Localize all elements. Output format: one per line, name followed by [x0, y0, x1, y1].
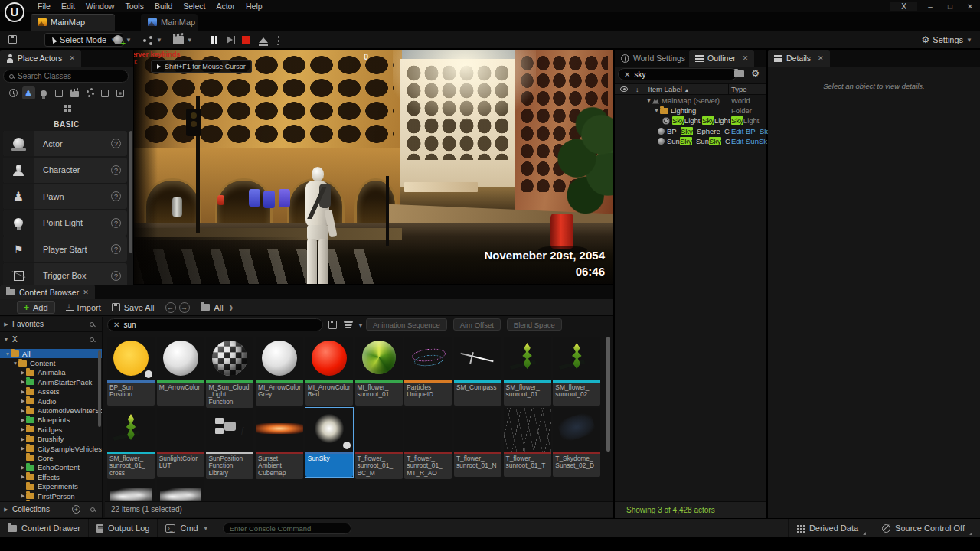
folder-echocontent[interactable]: ▶EchoContent — [0, 463, 102, 472]
help-icon[interactable]: ? — [111, 244, 121, 254]
more-options-icon[interactable] — [277, 35, 279, 45]
asset-tile-mi_arrowcolorred[interactable]: MI_ArrowColorRed — [305, 337, 353, 406]
collections-section[interactable]: ▶Collections+ — [0, 501, 102, 517]
tab-mainmap-active[interactable]: MainMap — [31, 14, 115, 31]
filter-dropdown-icon[interactable]: ▼ — [358, 322, 364, 329]
menu-file[interactable]: File — [32, 0, 56, 12]
help-icon[interactable]: ? — [111, 218, 121, 228]
folder-experiments[interactable]: Experiments — [0, 481, 102, 491]
outliner-row[interactable]: SunSky SunSky_CEdit SunSk — [615, 136, 766, 146]
asset-tile-m_sun_cloud_lightfunction[interactable]: M_Sun_Cloud_LightFunction — [206, 337, 253, 408]
content-drawer-button[interactable]: Content Drawer — [0, 519, 89, 537]
add-button[interactable]: +Add — [17, 301, 55, 314]
console-command-input[interactable]: Enter Console Command — [223, 523, 351, 534]
import-button[interactable]: Import — [66, 303, 101, 312]
folder-automotivewintersc[interactable]: ▶AutomotiveWinterSc — [0, 406, 102, 415]
settings-button[interactable]: ⚙Settings▼ — [922, 33, 972, 47]
asset-tile-[interactable] — [107, 479, 155, 502]
asset-tile-bp_sunposition[interactable]: BP_SunPosition — [107, 337, 155, 406]
content-browser-tab[interactable]: Content Browser✕ — [0, 285, 95, 299]
folder-animalia[interactable]: ▶Animalia — [0, 368, 102, 377]
folder-content[interactable]: ▼Content — [0, 358, 102, 367]
folder-blueprints[interactable]: ▶Blueprints — [0, 416, 102, 425]
back-button[interactable]: ← — [165, 302, 176, 313]
x-section[interactable]: ▼X — [0, 332, 102, 347]
asset-tile-mi_arrowcolorgrey[interactable]: MI_ArrowColorGrey — [256, 337, 303, 406]
menu-actor[interactable]: Actor — [211, 0, 240, 12]
folder-all[interactable]: ▼All — [0, 349, 102, 358]
help-icon[interactable]: ? — [111, 165, 121, 175]
close-icon[interactable]: ✕ — [743, 54, 749, 62]
breadcrumb[interactable]: All❯ — [201, 303, 234, 312]
save-search-icon[interactable] — [328, 321, 337, 329]
category-visual-effects-icon[interactable] — [83, 86, 96, 99]
asset-grid-scrollbar[interactable] — [606, 337, 610, 452]
category-shapes-icon[interactable] — [53, 86, 66, 99]
edit-blueprint-link[interactable]: Edit SunSk — [731, 137, 767, 145]
place-actor-item-actor[interactable]: Actor? — [3, 131, 127, 156]
asset-tile-t_skydome_sunset_02_d[interactable]: T_Skydome_Sunset_02_D — [553, 408, 600, 477]
search-classes-input[interactable]: Search Classes — [3, 70, 129, 83]
asset-tile-[interactable] — [157, 479, 204, 502]
blueprints-icon[interactable] — [142, 35, 153, 44]
filter-chip-animation-sequence[interactable]: Animation Sequence — [366, 318, 447, 331]
asset-tile-t_flower_sunroot_01_t[interactable]: T_flower_sunroot_01_T — [504, 408, 551, 477]
outliner-row[interactable]: BP_Sky_Sphere_CEdit BP_Sk — [615, 126, 766, 136]
asset-tile-t_flower_sunroot_01_mt_r_ao[interactable]: T_flower_sunroot_01_MT_R_AO — [404, 408, 452, 479]
category-all-classes-icon[interactable] — [60, 102, 74, 115]
asset-search-input[interactable]: ✕sun — [107, 318, 323, 331]
place-actor-item-point-light[interactable]: Point Light? — [3, 210, 127, 236]
visibility-icon[interactable] — [620, 86, 628, 92]
column-type[interactable]: Type — [731, 85, 747, 93]
outliner-row[interactable]: ▼LightingFolder — [615, 106, 766, 116]
outliner-tab[interactable]: Outliner✕ — [689, 50, 754, 67]
menu-window[interactable]: Window — [80, 0, 119, 12]
forward-button[interactable]: → — [179, 302, 190, 313]
create-folder-icon[interactable] — [734, 70, 744, 77]
place-actor-item-character[interactable]: Character? — [3, 158, 127, 183]
search-icon[interactable] — [90, 507, 95, 512]
select-mode-button[interactable]: Select Mode▼ — [44, 33, 123, 47]
output-log-button[interactable]: Output Log — [89, 519, 158, 537]
clear-search-icon[interactable]: ✕ — [113, 321, 119, 329]
search-icon[interactable] — [90, 322, 94, 327]
asset-tile-sm_flower_sunroot_01[interactable]: SM_flower_sunroot_01 — [504, 337, 551, 406]
cinematics-icon[interactable] — [173, 36, 184, 44]
stop-icon[interactable] — [242, 36, 250, 44]
column-item-label[interactable]: Item Label ▲ — [648, 85, 690, 93]
folder-bridges[interactable]: ▶Bridges — [0, 425, 102, 434]
frame-skip-icon[interactable] — [227, 36, 233, 44]
asset-tile-sm_compass[interactable]: SM_Compass — [454, 337, 501, 406]
save-icon[interactable] — [8, 35, 17, 44]
folder-firstperson[interactable]: ▶FirstPerson — [0, 491, 102, 500]
close-button[interactable]: ✕ — [963, 2, 977, 11]
filter-chip-blend-space[interactable]: Blend Space — [507, 318, 562, 331]
category-basic-icon[interactable]: ♟ — [22, 86, 35, 99]
asset-tile-sunsetambientcubemap[interactable]: SunsetAmbientCubemap — [256, 408, 303, 479]
eject-icon[interactable] — [259, 37, 268, 43]
asset-tile-m_arrowcolor[interactable]: M_ArrowColor — [157, 337, 204, 406]
pause-icon[interactable] — [211, 36, 217, 44]
outliner-row[interactable]: ▼MainMap (Server)World — [615, 96, 766, 106]
folder-citysamplevehicles[interactable]: ▶CitySampleVehicles — [0, 444, 102, 453]
asset-tile-sm_flower_sunroot_01_cross[interactable]: SM_flower_sunroot_01_cross — [107, 408, 155, 479]
save-all-button[interactable]: Save All — [112, 303, 155, 312]
asset-tile-sunlightcolorlut[interactable]: SunlightColorLUT — [157, 408, 204, 477]
cmd-button[interactable]: ›_Cmd▼ — [158, 519, 216, 537]
folder-core[interactable]: Core — [0, 453, 102, 462]
asset-tile-t_flower_sunroot_01_n[interactable]: T_flower_sunroot_01_N — [454, 408, 501, 477]
viewport[interactable]: erver keybinds I: Shift+F1 for Mouse Cur… — [134, 50, 612, 284]
category-cinematic-icon[interactable] — [68, 86, 81, 99]
folder-tree-scrollbar[interactable] — [98, 350, 101, 427]
asset-tile-t_flower_sunroot_01_bc_m[interactable]: T_flower_sunroot_01_BC_M — [355, 408, 403, 479]
filter-chip-aim-offset[interactable]: Aim Offset — [453, 318, 501, 331]
window-focus-button[interactable]: X — [890, 2, 917, 11]
favorites-section[interactable]: ▶Favorites — [0, 317, 102, 332]
close-icon[interactable]: ✕ — [83, 289, 89, 296]
outliner-search-input[interactable]: ✕sky — [618, 68, 737, 80]
outliner-settings-icon[interactable]: ⚙ — [751, 68, 760, 79]
folder-animstarterpack[interactable]: ▶AnimStarterPack — [0, 377, 102, 386]
place-actor-item-pawn[interactable]: ♟Pawn? — [3, 184, 127, 209]
add-actor-icon[interactable] — [113, 35, 122, 44]
help-icon[interactable]: ? — [111, 191, 121, 201]
